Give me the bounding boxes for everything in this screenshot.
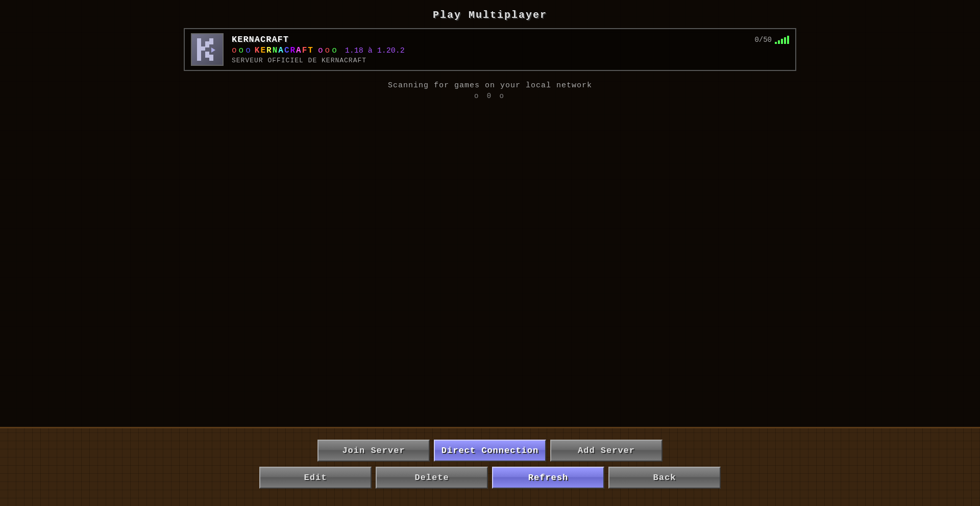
motd-t: T [308,46,314,55]
server-motd-line: o o o KERNACRAFT o o o 1.18 à 1.20.2 [232,46,789,55]
back-button[interactable]: Back [608,467,721,489]
refresh-button[interactable]: Refresh [492,467,604,489]
edit-button[interactable]: Edit [259,467,372,489]
server-info: KERNACRAFT 0/50 [232,35,789,64]
server-description: SERVEUR OFFICIEL DE KERNACRAFT [232,57,789,64]
server-icon [191,33,224,66]
motd-dot-green2: o [332,46,337,55]
scanning-text: Scanning for games on your local network [388,81,592,90]
motd-dot-blue1: o [246,46,251,55]
page-title: Play Multiplayer [433,9,547,21]
button-row-1: Join Server Direct Connection Add Server [317,440,663,462]
server-version: 1.18 à 1.20.2 [345,46,405,55]
signal-bar-3 [781,39,783,44]
motd-n: N [273,46,279,55]
motd-e: E [260,46,266,55]
direct-connection-button[interactable]: Direct Connection [434,440,546,462]
server-icon-inner [192,34,223,65]
svg-rect-6 [209,38,213,44]
signal-bar-1 [775,42,777,44]
server-name: KERNACRAFT [232,35,289,44]
server-status-right: 0/50 [754,36,789,44]
server-name-line: KERNACRAFT 0/50 [232,35,789,44]
motd-dots-left: o o o [232,46,251,55]
motd-dot-green1: o [239,46,244,55]
scanning-area: Scanning for games on your local network… [184,81,796,100]
motd-r: R [266,46,273,55]
motd-r2: R [290,46,296,55]
motd-k: K [255,46,261,55]
motd-dots-right: o o o [318,46,337,55]
svg-rect-3 [201,46,205,51]
signal-bar-2 [778,40,780,44]
motd-a: A [278,46,284,55]
svg-rect-1 [192,34,223,65]
motd-a2: A [296,46,302,55]
svg-rect-7 [209,55,213,61]
player-count: 0/50 [754,36,772,44]
signal-bars [775,36,789,44]
motd-dot-pink1: o [318,46,323,55]
svg-rect-4 [205,41,209,47]
server-entry-kernacraft[interactable]: KERNACRAFT 0/50 [184,28,796,71]
button-row-2: Edit Delete Refresh Back [259,467,721,489]
server-icon-svg [192,34,223,65]
motd-dot-red1: o [232,46,237,55]
svg-rect-2 [197,38,201,61]
motd-f: F [302,46,308,55]
delete-button[interactable]: Delete [376,467,488,489]
svg-rect-5 [205,52,209,58]
join-server-button[interactable]: Join Server [317,440,430,462]
add-server-button[interactable]: Add Server [550,440,663,462]
motd-dot-red2: o [325,46,330,55]
signal-bar-4 [784,37,786,44]
signal-bar-5 [787,36,789,44]
motd-c: C [284,46,290,55]
scanning-dots: o 0 o [474,92,506,100]
buttons-area: Join Server Direct Connection Add Server… [0,427,980,506]
server-motd-name: KERNACRAFT [255,46,314,55]
